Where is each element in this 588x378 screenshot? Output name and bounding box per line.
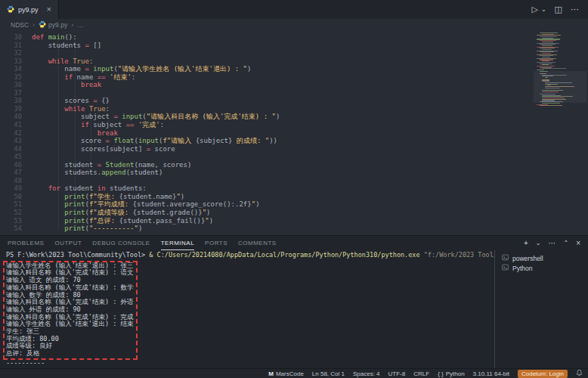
code-line[interactable]: 47 students.append(student) bbox=[0, 169, 588, 177]
lang-mode-icon: { } bbox=[438, 370, 444, 377]
terminal-list-item-python[interactable]: Python bbox=[495, 263, 588, 273]
line-number: 32 bbox=[0, 49, 32, 57]
code-line[interactable]: 49 for student in students: bbox=[0, 184, 588, 193]
status-item-marscode[interactable]: MMarsCode bbox=[268, 370, 304, 377]
line-number: 39 bbox=[0, 105, 32, 113]
line-number: 38 bbox=[0, 97, 32, 105]
code-line[interactable]: 53 print(f"总评: {student.pass_fail()}") bbox=[0, 217, 588, 225]
line-number: 46 bbox=[0, 161, 32, 169]
terminal-dropdown-icon[interactable]: ⌄ bbox=[536, 240, 541, 246]
code-line[interactable]: 46 student = Student(name, scores) bbox=[0, 161, 588, 169]
breadcrumb-item[interactable]: NDSC bbox=[11, 21, 29, 29]
status-item-3-10-11-64-bit[interactable]: 3.10.11 64-bit bbox=[473, 370, 509, 377]
panel-tab-comments[interactable]: COMMENTS bbox=[238, 236, 277, 250]
terminal-command-line: PS F:\Work\2023 Tool\Community\Tool> & C… bbox=[6, 252, 494, 259]
code-editor[interactable]: 30def main():31 students = []3233 while … bbox=[0, 31, 588, 235]
terminal-output[interactable]: PS F:\Work\2023 Tool\Community\Tool> & C… bbox=[0, 250, 494, 368]
line-number: 49 bbox=[0, 184, 32, 193]
code-line[interactable]: 36 break bbox=[0, 81, 588, 89]
tab-bar: py9.py × ▷ ⌄ ◫ ⋯ bbox=[0, 0, 588, 19]
panel-tab-ports[interactable]: PORTS bbox=[205, 236, 227, 250]
minimap-slider[interactable] bbox=[534, 71, 586, 103]
line-number: 33 bbox=[0, 57, 32, 66]
line-number: 40 bbox=[0, 113, 32, 121]
code-line[interactable]: 44 scores[subject] = score bbox=[0, 145, 588, 153]
line-number: 36 bbox=[0, 81, 32, 89]
panel-actions: + ⌄ ⋯ ⌃ × bbox=[524, 239, 580, 247]
indent-guide bbox=[75, 40, 76, 229]
code-line[interactable]: 52 print(f"成绩等级: {student.grade()}") bbox=[0, 209, 588, 217]
status-item-python[interactable]: { }Python bbox=[438, 370, 464, 377]
marscode-logo-icon: M bbox=[268, 370, 274, 377]
tab-label: py9.py bbox=[18, 6, 39, 14]
code-line[interactable]: 54 print("----------") bbox=[0, 225, 588, 233]
code-line[interactable]: 43 score = float(input(f"请输入 {subject} 的… bbox=[0, 137, 588, 145]
status-item-codeium-login[interactable]: Codeium: Login bbox=[518, 370, 568, 378]
indent-guide bbox=[58, 40, 59, 229]
panel-tab-debug-console[interactable]: DEBUG CONSOLE bbox=[92, 236, 150, 250]
status-item-bell[interactable] bbox=[576, 369, 583, 378]
breadcrumb-item[interactable]: py9.py bbox=[39, 20, 67, 29]
code-line[interactable]: 32 bbox=[0, 49, 588, 57]
line-number: 34 bbox=[0, 65, 32, 73]
new-terminal-icon[interactable]: + bbox=[524, 239, 528, 247]
more-actions-icon[interactable]: ⋯ bbox=[571, 5, 579, 14]
panel-tab-problems[interactable]: PROBLEMS bbox=[8, 236, 44, 250]
tab-py9[interactable]: py9.py × bbox=[0, 0, 59, 19]
breadcrumb-separator: › bbox=[32, 21, 35, 29]
code-lines: 30def main():31 students = []3233 while … bbox=[0, 31, 588, 233]
code-line[interactable]: 41 if subject == '完成': bbox=[0, 121, 588, 129]
terminal-after-lines: ---------- bbox=[6, 360, 494, 367]
close-panel-icon[interactable]: × bbox=[576, 239, 580, 247]
terminal-icon bbox=[502, 254, 509, 262]
status-item-crlf[interactable]: CRLF bbox=[413, 370, 429, 377]
terminal-output-line: 总评: 及格 bbox=[6, 350, 133, 358]
line-number: 48 bbox=[0, 177, 32, 185]
terminal-list-item-powershell[interactable]: powershell bbox=[495, 253, 588, 263]
line-number: 51 bbox=[0, 200, 32, 209]
code-line[interactable]: 50 print(f"学生: {student.name}") bbox=[0, 193, 588, 201]
line-number: 45 bbox=[0, 153, 32, 161]
panel-more-icon[interactable]: ⋯ bbox=[548, 239, 556, 247]
code-line[interactable]: 45 bbox=[0, 153, 588, 161]
code-line[interactable]: 30def main(): bbox=[0, 33, 588, 42]
breadcrumb-item[interactable]: … bbox=[77, 21, 84, 29]
panel-tab-output[interactable]: OUTPUT bbox=[54, 236, 82, 250]
close-tab-icon[interactable]: × bbox=[47, 6, 51, 13]
terminal-output-line: ---------- bbox=[6, 360, 494, 367]
maximize-panel-icon[interactable]: ⌃ bbox=[563, 240, 568, 246]
terminal-icon bbox=[502, 264, 509, 272]
code-line[interactable]: 34 name = input("请输入学生姓名 (输入'结束'退出) : ") bbox=[0, 65, 588, 73]
python-icon bbox=[7, 5, 14, 14]
line-number: 54 bbox=[0, 225, 32, 233]
split-editor-icon[interactable]: ◫ bbox=[555, 5, 562, 14]
status-item-ln-58-col-1[interactable]: Ln 58, Col 1 bbox=[312, 370, 345, 377]
code-line[interactable]: 42 break bbox=[0, 129, 588, 138]
panel-body: PS F:\Work\2023 Tool\Community\Tool> & C… bbox=[0, 250, 588, 368]
python-icon bbox=[39, 20, 46, 29]
code-line[interactable]: 37 bbox=[0, 89, 588, 98]
code-line[interactable]: 40 subject = input("请输入科目名称 (输入'完成'结束) :… bbox=[0, 113, 588, 121]
status-item-spaces-4[interactable]: Spaces: 4 bbox=[353, 370, 380, 377]
code-line[interactable]: 31 students = [] bbox=[0, 42, 588, 50]
run-button[interactable]: ▷ bbox=[531, 5, 537, 14]
panel-tab-terminal[interactable]: TERMINAL bbox=[161, 236, 194, 250]
status-bar: MMarsCodeLn 58, Col 1Spaces: 4UTF-8CRLF{… bbox=[0, 368, 588, 378]
bell-icon bbox=[576, 369, 583, 378]
line-number: 41 bbox=[0, 121, 32, 129]
run-dropdown-icon[interactable]: ⌄ bbox=[541, 6, 546, 13]
breadcrumb: NDSC›py9.py›… bbox=[0, 19, 588, 31]
status-item-utf-8[interactable]: UTF-8 bbox=[388, 370, 406, 377]
line-number: 42 bbox=[0, 129, 32, 138]
line-number: 30 bbox=[0, 33, 32, 42]
code-line[interactable]: 51 print(f"平均成绩: {student.average_score(… bbox=[0, 200, 588, 209]
code-line[interactable]: 39 while True: bbox=[0, 105, 588, 113]
code-line[interactable]: 35 if name == '结束': bbox=[0, 73, 588, 82]
code-line[interactable]: 33 while True: bbox=[0, 57, 588, 66]
line-number: 35 bbox=[0, 73, 32, 82]
minimap[interactable] bbox=[537, 33, 576, 107]
code-line[interactable]: 38 scores = {} bbox=[0, 97, 588, 105]
annotation-red-box: 请输入学生姓名 (输入'结束'退出) : 张三请输入科目名称 (输入'完成'结束… bbox=[3, 261, 138, 360]
code-line[interactable]: 48 bbox=[0, 177, 588, 185]
line-number: 50 bbox=[0, 193, 32, 201]
